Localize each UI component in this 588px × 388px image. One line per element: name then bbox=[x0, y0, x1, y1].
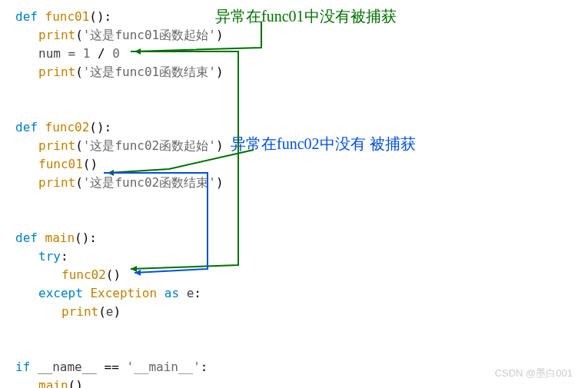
string-literal: '这是func02函数起始' bbox=[83, 138, 216, 153]
keyword-def: def bbox=[15, 230, 38, 245]
var-assign: num = bbox=[38, 46, 83, 61]
builtin-print: print bbox=[38, 175, 75, 190]
annotation-2: 异常在func02中没有 被捕获 bbox=[231, 132, 416, 155]
number-literal: 0 bbox=[112, 46, 120, 61]
func-call: main bbox=[38, 378, 68, 388]
keyword-if: if bbox=[15, 360, 30, 374]
func-name: func01 bbox=[45, 9, 90, 24]
var-e: e bbox=[187, 286, 194, 300]
keyword-def: def bbox=[15, 9, 38, 24]
keyword-try: try bbox=[38, 249, 61, 264]
func-call: func01 bbox=[38, 157, 83, 171]
code-line: try: bbox=[15, 247, 573, 266]
operator-eq: == bbox=[105, 360, 119, 374]
code-line: if __name__ == '__main__': bbox=[15, 358, 573, 376]
code-line: num = 1 / 0 bbox=[15, 45, 573, 63]
blank-line bbox=[15, 192, 573, 211]
func-call: func02 bbox=[61, 267, 106, 282]
code-line: print('这是func01函数起始') bbox=[15, 26, 573, 45]
var-e: e bbox=[106, 304, 114, 319]
blank-line bbox=[15, 81, 573, 100]
string-literal: '__main__' bbox=[127, 360, 201, 374]
number-literal: 1 bbox=[83, 46, 91, 61]
operator: / bbox=[90, 46, 112, 61]
blank-line bbox=[15, 321, 573, 340]
blank-line bbox=[15, 100, 573, 118]
code-line: print(e) bbox=[15, 303, 573, 321]
watermark: CSDN @墨白001 bbox=[495, 366, 573, 381]
builtin-print: print bbox=[38, 65, 75, 79]
blank-line bbox=[15, 340, 573, 358]
string-literal: '这是func01函数起始' bbox=[83, 28, 216, 42]
code-line: func01() bbox=[15, 155, 573, 174]
code-line: except Exception as e: bbox=[15, 284, 573, 303]
annotation-1: 异常在func01中没有被捕获 bbox=[215, 5, 397, 28]
keyword-as: as bbox=[164, 286, 179, 300]
keyword-except: except bbox=[38, 286, 83, 300]
keyword-def: def bbox=[15, 120, 38, 134]
exception-type: Exception bbox=[90, 286, 157, 300]
blank-line bbox=[15, 211, 573, 229]
builtin-print: print bbox=[38, 138, 75, 153]
dunder-name: __name__ bbox=[38, 360, 97, 374]
code-line: print('这是func01函数结束') bbox=[15, 63, 573, 81]
builtin-print: print bbox=[38, 28, 75, 42]
code-line: def main(): bbox=[15, 229, 573, 247]
code-line: func02() bbox=[15, 266, 573, 284]
func-name: main bbox=[45, 230, 75, 245]
string-literal: '这是func02函数结束' bbox=[83, 175, 216, 190]
code-line: main() bbox=[15, 376, 573, 388]
code-snippet: def func01(): print('这是func01函数起始') num … bbox=[15, 8, 573, 388]
builtin-print: print bbox=[61, 304, 98, 319]
code-line: print('这是func02函数结束') bbox=[15, 174, 573, 192]
string-literal: '这是func01函数结束' bbox=[83, 65, 216, 79]
func-name: func02 bbox=[45, 120, 90, 134]
